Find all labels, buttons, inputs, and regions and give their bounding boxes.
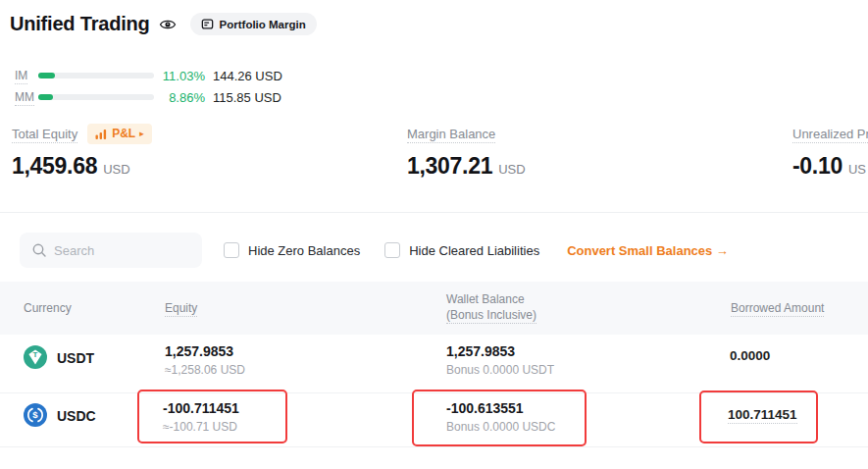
total-equity-unit: USD	[103, 162, 129, 177]
mm-progress-fill	[38, 94, 53, 100]
currency-name: USDC	[57, 408, 96, 424]
mm-label: MM	[15, 90, 34, 106]
col-currency: Currency	[24, 301, 72, 315]
filter-row: Hide Zero Balances Hide Cleared Liabilit…	[224, 233, 729, 268]
hide-cleared-liabilities-option[interactable]: Hide Cleared Liabilities	[384, 242, 539, 258]
portfolio-margin-badge[interactable]: Portfolio Margin	[190, 13, 317, 35]
search-box	[20, 233, 202, 268]
im-progress-bar	[38, 73, 154, 78]
page-header: Unified Trading Portfolio Margin	[10, 13, 317, 35]
row-divider	[0, 446, 868, 447]
unrealized-pnl-value: -0.10	[792, 153, 842, 180]
usdt-wallet-bonus: Bonus 0.0000 USDT	[446, 363, 554, 377]
unrealized-pnl-unit: US	[848, 162, 866, 177]
search-icon	[31, 242, 47, 258]
usdt-borrowed-amount: 0.0000	[730, 348, 770, 363]
margin-balance-label: Margin Balance	[407, 127, 495, 143]
pnl-label: P&L	[112, 127, 135, 140]
svg-text:T: T	[33, 350, 38, 359]
section-divider	[0, 212, 868, 213]
pnl-arrow-icon: ▸	[139, 129, 144, 138]
hide-zero-balances-option[interactable]: Hide Zero Balances	[224, 242, 360, 258]
pnl-button[interactable]: P&L ▸	[87, 124, 152, 144]
im-progress-fill	[38, 73, 55, 78]
im-percent: 11.03%	[155, 69, 205, 83]
usdc-borrowed-amount: 100.711451	[728, 407, 797, 422]
table-row-usdt[interactable]: T USDT 1,257.9853 ≈1,258.06 USD 1,257.98…	[0, 335, 868, 392]
hide-balance-eye-icon[interactable]	[159, 16, 177, 33]
total-equity-value: 1,459.68	[12, 153, 97, 180]
hide-cleared-liabilities-checkbox[interactable]	[384, 242, 400, 258]
total-equity-label: Total Equity	[12, 127, 77, 143]
margin-balance-block: Margin Balance 1,307.21 USD	[407, 123, 526, 180]
margin-ratio-panel: IM 11.03% 144.26 USD MM 8.86% 115.85 USD	[15, 65, 282, 108]
portfolio-margin-label: Portfolio Margin	[220, 19, 306, 30]
usdc-wallet-balance: -100.613551	[446, 400, 524, 416]
mm-ratio-row: MM 8.86% 115.85 USD	[15, 86, 282, 108]
table-header: Currency Equity Wallet Balance (Bonus In…	[0, 282, 868, 335]
usdt-wallet-balance: 1,257.9853	[446, 343, 515, 359]
svg-text:$: $	[32, 409, 38, 420]
mm-progress-bar	[38, 94, 154, 100]
margin-balance-unit: USD	[498, 162, 525, 177]
hide-cleared-liabilities-label: Hide Cleared Liabilities	[409, 243, 539, 258]
im-label: IM	[15, 69, 27, 84]
mm-value: 115.85 USD	[213, 90, 281, 105]
usdc-equity: -100.711451	[163, 400, 239, 416]
unrealized-pnl-block: Unrealized Pr -0.10 US	[792, 123, 868, 180]
hide-zero-balances-checkbox[interactable]	[224, 242, 239, 258]
usdt-equity: 1,257.9853	[165, 343, 233, 359]
pnl-chart-icon	[95, 129, 108, 139]
currency-name: USDT	[57, 350, 94, 366]
table-row-usdc[interactable]: $ USDC -100.711451 ≈-100.71 USD -100.613…	[0, 392, 868, 446]
usdt-equity-usd: ≈1,258.06 USD	[165, 363, 245, 377]
col-wallet-balance: Wallet Balance	[446, 292, 525, 306]
col-wallet-balance-sub[interactable]: (Bonus Inclusive)	[446, 308, 536, 322]
im-ratio-row: IM 11.03% 144.26 USD	[15, 65, 282, 86]
usdc-equity-usd: ≈-100.71 USD	[163, 420, 237, 434]
unrealized-pnl-label: Unrealized Pr	[792, 127, 868, 143]
portfolio-margin-icon	[201, 18, 214, 30]
margin-balance-value: 1,307.21	[407, 153, 492, 180]
usdc-wallet-bonus: Bonus 0.0000 USDC	[446, 420, 555, 434]
im-value: 144.26 USD	[213, 69, 282, 83]
col-borrowed-amount[interactable]: Borrowed Amount	[731, 301, 824, 315]
hide-zero-balances-label: Hide Zero Balances	[248, 243, 360, 258]
usdt-coin-icon: T	[24, 345, 47, 369]
mm-percent: 8.86%	[155, 90, 205, 105]
convert-small-balances-link[interactable]: Convert Small Balances →	[567, 243, 729, 258]
usdc-coin-icon: $	[24, 403, 47, 427]
total-equity-block: Total Equity P&L ▸ 1,459.68 USD	[12, 123, 152, 180]
page-title: Unified Trading	[10, 13, 150, 35]
col-equity[interactable]: Equity	[165, 301, 197, 315]
